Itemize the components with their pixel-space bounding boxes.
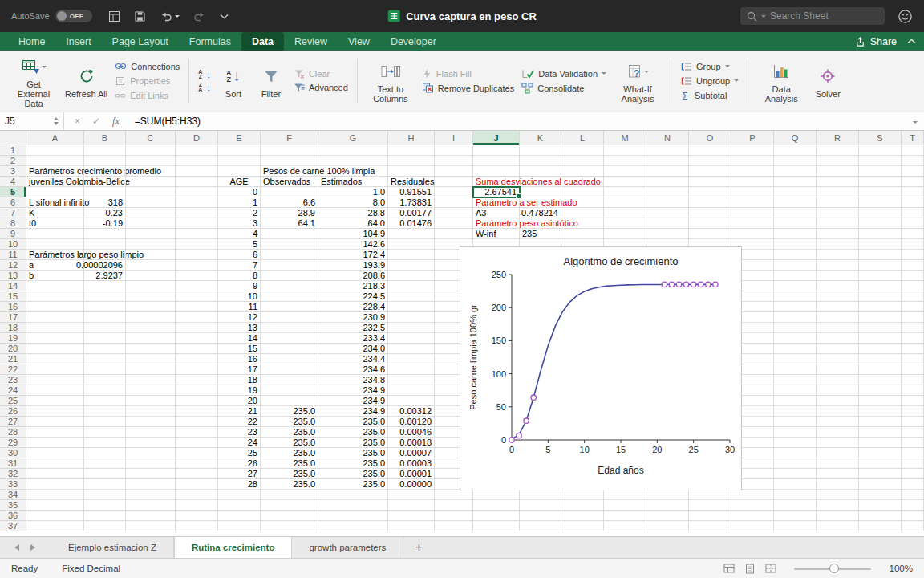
search-input[interactable] [770,10,865,22]
cell-L34[interactable] [561,490,604,500]
cell-A36[interactable] [26,511,84,521]
cell-G35[interactable] [318,500,388,511]
cell-G16[interactable]: 228.4 [318,302,388,312]
cell-R23[interactable] [817,375,859,385]
cell-H35[interactable] [388,500,435,511]
growth-chart[interactable]: 050100150200250051015202530Algoritmo de … [460,246,742,490]
column-header-I[interactable]: I [435,131,473,145]
row-header-26[interactable]: 26 [0,406,26,417]
cell-G11[interactable]: 172.4 [318,250,388,260]
cell-P35[interactable] [732,500,774,511]
cell-B33[interactable] [84,479,126,490]
normal-view-icon[interactable] [723,564,735,573]
cell-H24[interactable] [388,385,435,396]
cell-H18[interactable] [388,323,435,333]
cell-R28[interactable] [817,427,859,438]
cell-S19[interactable] [859,333,902,344]
column-header-O[interactable]: O [689,131,732,145]
cell-D36[interactable] [176,511,218,521]
cell-C20[interactable] [126,344,176,354]
cell-F8[interactable]: 64.1 [261,218,318,229]
cell-M37[interactable] [604,521,646,531]
save-icon[interactable] [134,10,146,22]
cell-F7[interactable]: 28.9 [261,208,318,218]
cell-D3[interactable] [176,166,218,177]
row-header-10[interactable]: 10 [0,239,26,250]
autosave-toggle[interactable]: AutoSave OFF [11,10,92,22]
cell-R8[interactable] [817,218,859,229]
cell-T33[interactable] [902,479,924,490]
cell-E24[interactable]: 19 [218,385,261,396]
cell-E35[interactable] [218,500,261,511]
cell-R18[interactable] [817,323,859,333]
cell-R20[interactable] [817,344,859,354]
row-header-12[interactable]: 12 [0,260,26,271]
cell-B36[interactable] [84,511,126,521]
cell-C35[interactable] [126,500,176,511]
cell-E25[interactable]: 20 [218,396,261,406]
cell-G6[interactable]: 8.0 [318,197,388,208]
cell-E6[interactable]: 1 [218,197,261,208]
cell-I36[interactable] [435,511,473,521]
cell-D13[interactable] [176,271,218,281]
cell-G17[interactable]: 230.9 [318,312,388,323]
data-validation-button[interactable]: Data Validation [519,68,609,79]
cell-Q17[interactable] [774,312,817,323]
cell-H26[interactable]: 0.00312 [388,406,435,417]
cell-T6[interactable] [902,197,924,208]
cell-C18[interactable] [126,323,176,333]
cell-D28[interactable] [176,427,218,438]
cell-D15[interactable] [176,291,218,302]
cell-C30[interactable] [126,448,176,458]
cell-T15[interactable] [902,291,924,302]
cell-D26[interactable] [176,406,218,417]
cell-S10[interactable] [859,239,902,250]
cell-L2[interactable] [561,156,604,166]
cell-A29[interactable] [26,438,84,448]
cell-B29[interactable] [84,438,126,448]
cell-E31[interactable]: 26 [218,458,261,469]
cell-C6[interactable] [126,197,176,208]
cell-F10[interactable] [261,239,318,250]
cell-Q21[interactable] [774,354,817,364]
cell-R5[interactable] [817,187,859,197]
cell-F30[interactable]: 235.0 [261,448,318,458]
cell-D6[interactable] [176,197,218,208]
cell-T7[interactable] [902,208,924,218]
cell-Q20[interactable] [774,344,817,354]
cell-T2[interactable] [902,156,924,166]
what-if-analysis-button[interactable]: ? What-If Analysis [611,58,664,104]
cell-K8[interactable] [520,218,561,229]
cell-T5[interactable] [902,187,924,197]
select-all-corner[interactable] [0,131,26,145]
cell-E37[interactable] [218,521,261,531]
cell-H15[interactable] [388,291,435,302]
cell-E16[interactable]: 11 [218,302,261,312]
row-header-15[interactable]: 15 [0,291,26,302]
cell-H37[interactable] [388,521,435,531]
row-header-19[interactable]: 19 [0,333,26,344]
cell-K1[interactable] [520,145,561,156]
cell-Q22[interactable] [774,364,817,375]
row-header-32[interactable]: 32 [0,469,26,479]
cell-H5[interactable]: 0.91551 [388,187,435,197]
cell-O8[interactable] [689,218,732,229]
cell-N35[interactable] [646,500,689,511]
cell-E1[interactable] [218,145,261,156]
cell-R13[interactable] [817,271,859,281]
cell-J3[interactable] [473,166,520,177]
cell-R22[interactable] [817,364,859,375]
cell-S1[interactable] [859,145,902,156]
cell-D11[interactable] [176,250,218,260]
solver-button[interactable]: Solver [810,63,845,99]
cell-F4[interactable]: Observados [261,177,318,187]
cell-R25[interactable] [817,396,859,406]
cell-B10[interactable] [84,239,126,250]
cell-S34[interactable] [859,490,902,500]
cell-A34[interactable] [26,490,84,500]
cell-O6[interactable] [689,197,732,208]
cell-S24[interactable] [859,385,902,396]
cell-D33[interactable] [176,479,218,490]
column-header-L[interactable]: L [561,131,604,145]
remove-duplicates-button[interactable]: Remove Duplicates [419,83,517,94]
